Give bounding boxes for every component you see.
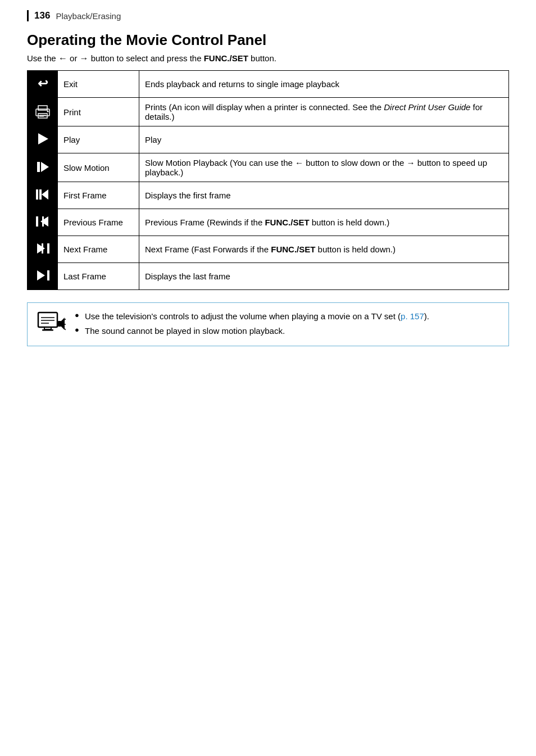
icon-cell-slow [28,153,58,182]
svg-rect-23 [47,243,49,253]
control-desc-cell: Displays the first frame [139,182,509,209]
control-name-cell: Previous Frame [58,209,139,236]
svg-rect-30 [44,327,51,329]
page-link[interactable]: p. 157 [401,311,424,321]
svg-rect-35 [58,321,61,327]
note-bullet: The sound cannot be played in slow motio… [75,324,429,338]
svg-rect-12 [37,162,40,172]
icon-cell-print [28,98,58,126]
control-name-cell: Exit [58,71,139,98]
icon-cell-exit: ↩ [28,71,58,98]
right-arrow-icon: → [80,53,89,63]
table-row: Slow MotionSlow Motion Playback (You can… [28,153,509,182]
svg-rect-25 [42,243,43,253]
control-desc-cell: Slow Motion Playback (You can use the ← … [139,153,509,182]
page-number: 136 [34,10,50,21]
svg-rect-21 [42,216,44,227]
note-text: Use the television's controls to adjust … [75,310,429,339]
note-bullet: Use the television's controls to adjust … [75,310,429,323]
control-desc-cell: Displays the last frame [139,263,509,290]
page-header: 136 Playback/Erasing [27,10,509,21]
table-row: Next FrameNext Frame (Fast Forwards if t… [28,236,509,263]
svg-line-39 [65,329,66,331]
icon-cell-prev [28,209,58,236]
control-name-cell: First Frame [58,182,139,209]
table-row: Previous FramePrevious Frame (Rewinds if… [28,209,509,236]
section-subtitle: Use the ← or → button to select and pres… [27,53,509,64]
icon-cell-play [28,126,58,153]
control-desc-cell: Prints (An icon will display when a prin… [139,98,509,126]
svg-line-37 [65,318,66,320]
table-row: PlayPlay [28,126,509,153]
icon-cell-last [28,263,58,290]
page-title: Operating the Movie Control Panel [27,31,509,49]
svg-rect-27 [47,270,49,280]
svg-point-8 [47,110,48,112]
left-arrow-icon: ← [58,53,67,63]
control-desc-cell: Play [139,126,509,153]
control-name-cell: Next Frame [58,236,139,263]
control-desc-cell: Next Frame (Fast Forwards if the FUNC./S… [139,236,509,263]
note-icon [37,310,66,339]
table-row: ↩ ExitEnds playback and returns to singl… [28,71,509,98]
control-panel-table: ↩ ExitEnds playback and returns to singl… [27,70,509,290]
svg-marker-36 [61,318,65,330]
svg-text:↩: ↩ [38,76,48,90]
icon-cell-first [28,182,58,209]
note-box: Use the television's controls to adjust … [27,302,509,346]
control-name-cell: Print [58,98,139,126]
control-name-cell: Last Frame [58,263,139,290]
table-row: First FrameDisplays the first frame [28,182,509,209]
svg-rect-31 [42,329,53,331]
control-name-cell: Slow Motion [58,153,139,182]
svg-rect-15 [36,189,38,200]
icon-cell-next [28,236,58,263]
page-section: Playback/Erasing [56,11,121,21]
svg-rect-29 [38,313,57,327]
table-row: PrintPrints (An icon will display when a… [28,98,509,126]
table-row: Last FrameDisplays the last frame [28,263,509,290]
control-desc-cell: Previous Frame (Rewinds if the FUNC./SET… [139,209,509,236]
control-name-cell: Play [58,126,139,153]
control-desc-cell: Ends playback and returns to single imag… [139,71,509,98]
svg-rect-19 [36,216,38,227]
svg-rect-16 [39,189,42,200]
